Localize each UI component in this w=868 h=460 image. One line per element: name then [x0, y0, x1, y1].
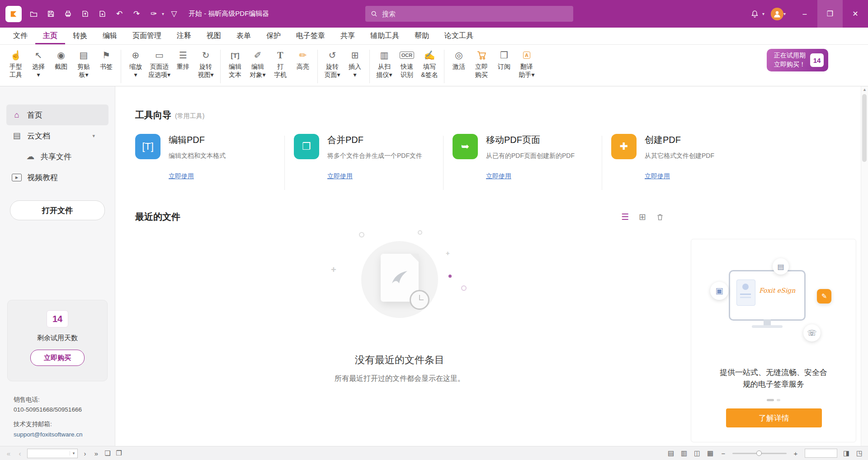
- menu-page-organize[interactable]: 页面管理: [125, 28, 169, 44]
- next-view-button[interactable]: ❐: [115, 449, 123, 457]
- sidebar-item-video-tutorials[interactable]: ▶ 视频教程: [6, 167, 108, 188]
- fullscreen-button[interactable]: ◳: [855, 449, 863, 457]
- redo-button[interactable]: ↷: [129, 7, 144, 21]
- page-number-input[interactable]: [28, 450, 70, 457]
- sidebar-item-home[interactable]: ⌂ 首页: [6, 104, 108, 125]
- menu-protect[interactable]: 保护: [259, 28, 288, 44]
- user-avatar[interactable]: [771, 8, 783, 20]
- use-now-link[interactable]: 立即使用: [645, 172, 670, 180]
- menu-edit[interactable]: 编辑: [95, 28, 125, 44]
- support-email-link[interactable]: support@foxitsoftware.cn: [14, 430, 83, 440]
- sidebar-item-cloud-docs[interactable]: ▤ 云文档 ▾: [6, 125, 108, 146]
- close-button[interactable]: ✕: [843, 0, 868, 28]
- ribbon-bookmark-button[interactable]: ⚑书签: [95, 47, 118, 72]
- notifications-button[interactable]: [748, 7, 762, 21]
- scroll-up-arrow-icon[interactable]: ▲: [861, 86, 868, 93]
- menu-home[interactable]: 主页: [35, 28, 65, 44]
- zoom-slider[interactable]: [732, 453, 787, 454]
- tool-card-move-pdf-pages[interactable]: ➥ 移动PDF页面 从已有的PDF页面创建新的PDF 立即使用: [453, 134, 593, 180]
- search-box[interactable]: [365, 6, 573, 22]
- print-button[interactable]: [61, 7, 75, 21]
- ribbon-edit-object-button[interactable]: ✐编辑 对象▾: [246, 47, 269, 80]
- quick-tool-button[interactable]: ✑: [146, 7, 161, 21]
- menu-comment[interactable]: 注释: [169, 28, 199, 44]
- ribbon-scanner-button[interactable]: ▥从扫 描仪▾: [373, 47, 396, 80]
- menu-form[interactable]: 表单: [229, 28, 259, 44]
- zoom-in-button[interactable]: +: [792, 450, 800, 457]
- page-number-box[interactable]: ▾: [27, 449, 78, 458]
- next-page-button[interactable]: ›: [81, 450, 89, 457]
- ribbon-hand-tool-button[interactable]: ☝手型 工具: [5, 47, 27, 80]
- minimize-button[interactable]: –: [792, 0, 817, 28]
- clear-recent-button[interactable]: [656, 213, 664, 221]
- menu-paper-tools[interactable]: 论文工具: [437, 28, 481, 44]
- ribbon-activate-button[interactable]: ◎激活: [448, 47, 470, 72]
- search-input[interactable]: [381, 9, 568, 18]
- chevron-down-icon[interactable]: ▾: [92, 133, 95, 139]
- grid-view-button[interactable]: ⊞: [639, 212, 646, 222]
- ribbon-fit-page-button[interactable]: ▭页面适 应选项▾: [147, 47, 172, 80]
- learn-more-button[interactable]: 了解详情: [726, 408, 822, 427]
- ribbon-subscribe-button[interactable]: ❒订阅: [493, 47, 515, 72]
- restore-button[interactable]: ❐: [817, 0, 843, 28]
- ribbon-edit-text-button[interactable]: [T]编辑 文本: [224, 47, 246, 80]
- zoom-level-input[interactable]: [805, 450, 837, 456]
- notifications-caret-icon[interactable]: ▾: [762, 11, 764, 16]
- zoom-level-box[interactable]: [805, 449, 837, 458]
- ribbon-reflow-button[interactable]: ☰重排: [172, 47, 194, 72]
- ribbon-translate-button[interactable]: A翻译 助手▾: [515, 47, 538, 80]
- account-caret-icon[interactable]: ▾: [783, 11, 786, 16]
- collapse-ribbon-button[interactable]: ▽: [167, 7, 181, 21]
- use-now-link[interactable]: 立即使用: [486, 172, 511, 180]
- tool-card-merge-pdf[interactable]: ❐ 合并PDF 将多个文件合并生成一个PDF文件 立即使用: [294, 134, 434, 180]
- vertical-scrollbar[interactable]: ▲: [861, 86, 868, 446]
- facing-view-button[interactable]: ◫: [693, 449, 701, 457]
- use-now-link[interactable]: 立即使用: [327, 172, 353, 180]
- sidebar-item-shared-files[interactable]: ☁ 共享文件: [6, 146, 108, 167]
- menu-file[interactable]: 文件: [5, 28, 35, 44]
- ribbon-clipboard-button[interactable]: ▤剪贴 板▾: [72, 47, 95, 80]
- single-page-view-button[interactable]: ▤: [667, 449, 675, 457]
- ribbon-highlight-button[interactable]: ✏高亮: [292, 47, 314, 72]
- zoom-slider-handle[interactable]: [756, 451, 762, 456]
- ribbon-insert-button[interactable]: ⊞插入 ▾: [344, 47, 366, 80]
- fit-width-button[interactable]: ◨: [842, 449, 850, 457]
- first-page-button[interactable]: «: [5, 450, 13, 457]
- ribbon-ocr-button[interactable]: OCR快速 识别: [396, 47, 418, 80]
- ribbon-rotate-view-button[interactable]: ↻旋转 视图▾: [194, 47, 217, 80]
- facing-continuous-view-button[interactable]: ▦: [706, 449, 714, 457]
- new-file-button[interactable]: [95, 7, 109, 21]
- zoom-out-button[interactable]: −: [719, 450, 727, 457]
- menu-esign[interactable]: 电子签章: [288, 28, 333, 44]
- undo-button[interactable]: ↶: [112, 7, 127, 21]
- tool-card-edit-pdf[interactable]: [T] 编辑PDF 编辑文档和文本格式 立即使用: [135, 134, 275, 180]
- use-now-link[interactable]: 立即使用: [169, 172, 194, 180]
- export-button[interactable]: [78, 7, 92, 21]
- open-file-main-button[interactable]: 打开文件: [10, 200, 105, 220]
- ribbon-snapshot-button[interactable]: ◉截图: [50, 47, 72, 72]
- scrollbar-thumb[interactable]: [862, 94, 867, 162]
- ribbon-typewriter-button[interactable]: T打 字机: [269, 47, 292, 80]
- ribbon-select-button[interactable]: ↖选择 ▾: [27, 47, 50, 80]
- menu-help[interactable]: 帮助: [407, 28, 437, 44]
- ribbon-zoom-button[interactable]: ⊕缩放 ▾: [124, 47, 147, 80]
- ribbon-buy-now-button[interactable]: 立即 购买: [470, 47, 493, 80]
- list-view-button[interactable]: ☰: [621, 212, 629, 222]
- continuous-view-button[interactable]: ▥: [680, 449, 688, 457]
- save-button[interactable]: [43, 7, 58, 21]
- menu-share[interactable]: 共享: [333, 28, 363, 44]
- open-file-button[interactable]: [26, 7, 41, 21]
- previous-page-button[interactable]: ‹: [16, 450, 24, 457]
- page-dropdown-icon[interactable]: ▾: [70, 451, 77, 455]
- quick-tool-caret-icon[interactable]: ▾: [162, 11, 164, 16]
- menu-accessibility[interactable]: 辅助工具: [363, 28, 407, 44]
- trial-banner[interactable]: 正在试用期 立即购买！ 14: [767, 49, 828, 71]
- ribbon-fill-sign-button[interactable]: ✍填写 &签名: [418, 47, 441, 80]
- carousel-dots[interactable]: [691, 399, 856, 401]
- previous-view-button[interactable]: ❏: [104, 449, 112, 457]
- ribbon-rotate-pages-button[interactable]: ↺旋转 页面▾: [321, 47, 344, 80]
- carousel-dot[interactable]: [777, 399, 780, 401]
- carousel-dot-active[interactable]: [767, 399, 774, 401]
- menu-convert[interactable]: 转换: [65, 28, 95, 44]
- tool-card-create-pdf[interactable]: ✚ 创建PDF 从其它格式文件创建PDF 立即使用: [611, 134, 751, 180]
